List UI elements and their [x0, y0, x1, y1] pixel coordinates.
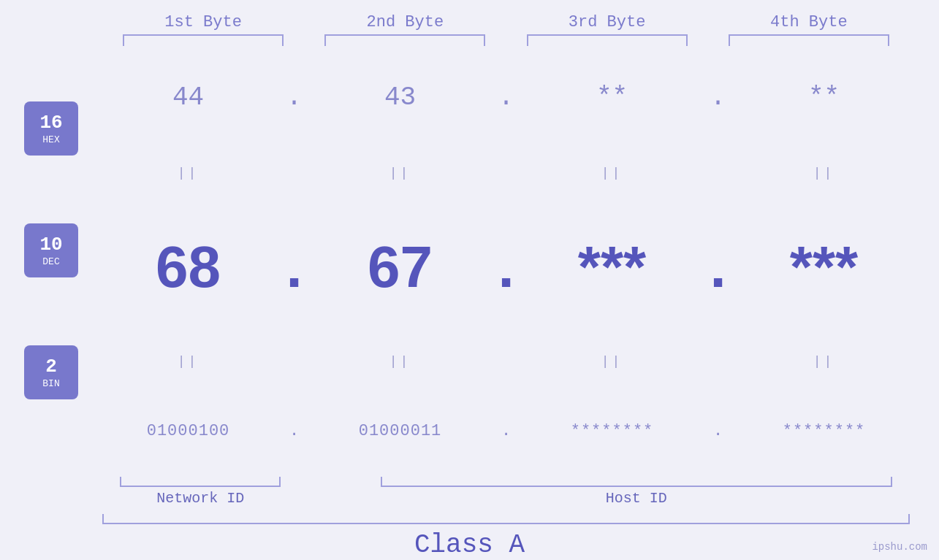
brackets-row: [0, 34, 939, 46]
badge-hex: 16 HEX: [24, 101, 78, 156]
dec-cell-3: ***: [532, 234, 693, 301]
bracket-1: [123, 34, 284, 46]
byte-label-3: 3rd Byte: [527, 13, 688, 31]
dec-value-4: ***: [790, 234, 858, 301]
watermark: ipshu.com: [872, 541, 927, 553]
bin-value-2: 01000011: [359, 422, 442, 440]
bin-dot-3: .: [704, 422, 733, 440]
byte-label-1: 1st Byte: [123, 13, 284, 31]
hex-dot-1: .: [280, 83, 309, 112]
equals-2-1: ||: [108, 354, 269, 369]
dec-dot-3: .: [704, 234, 733, 301]
hex-cell-1: 44: [108, 83, 269, 112]
equals-1-3: ||: [532, 166, 693, 180]
equals-1-1: ||: [108, 166, 269, 180]
equals-row-1: || || || ||: [102, 166, 910, 180]
hex-value-4: **: [808, 83, 840, 112]
bracket-3: [527, 34, 688, 46]
dec-row: 68 . 67 . *** . ***: [102, 234, 910, 301]
bin-value-3: ********: [571, 422, 654, 440]
badge-bin-number: 2: [45, 356, 57, 378]
hex-cell-3: **: [532, 83, 693, 112]
equals-2-2: ||: [320, 354, 481, 369]
bin-cell-3: ********: [532, 422, 693, 440]
hex-cell-4: **: [744, 83, 905, 112]
data-area: 44 . 43 . ** . **: [102, 53, 939, 477]
badge-dec-label: DEC: [42, 256, 59, 267]
equals-2-4: ||: [744, 354, 905, 369]
hex-dot-2: .: [492, 83, 521, 112]
badge-hex-label: HEX: [42, 134, 59, 145]
badge-dec-number: 10: [39, 234, 62, 256]
bin-cell-1: 01000100: [108, 422, 269, 440]
bracket-2: [324, 34, 485, 46]
badge-dec: 10 DEC: [24, 223, 78, 277]
bin-dot-1: .: [280, 422, 309, 440]
equals-1-2: ||: [320, 166, 481, 180]
hex-value-1: 44: [172, 83, 204, 112]
hex-value-2: 43: [384, 83, 416, 112]
bin-value-4: ********: [783, 422, 866, 440]
main-content: 16 HEX 10 DEC 2 BIN 44 .: [0, 53, 939, 477]
dec-cell-2: 67: [320, 234, 481, 301]
equals-2-3: ||: [532, 354, 693, 369]
equals-1-4: ||: [744, 166, 905, 180]
byte-label-2: 2nd Byte: [324, 13, 485, 31]
bin-value-1: 01000100: [147, 422, 230, 440]
hex-dot-3: .: [704, 83, 733, 112]
host-bracket: [381, 477, 892, 487]
hex-value-3: **: [596, 83, 628, 112]
bin-row: 01000100 . 01000011 . ******** .: [102, 422, 910, 440]
dec-value-1: 68: [156, 234, 221, 301]
equals-row-2: || || || ||: [102, 354, 910, 369]
network-bracket: [120, 477, 281, 487]
class-label: Class A: [0, 530, 939, 560]
bin-cell-4: ********: [744, 422, 905, 440]
dec-dot-2: .: [492, 234, 521, 301]
hex-cell-2: 43: [320, 83, 481, 112]
bracket-4: [729, 34, 889, 46]
network-id-label: Network ID: [120, 490, 281, 507]
bottom-labels: Network ID Host ID: [0, 477, 939, 507]
bracket-bottom-row: [102, 477, 910, 487]
byte-labels-row: 1st Byte 2nd Byte 3rd Byte 4th Byte: [0, 13, 939, 31]
byte-label-4: 4th Byte: [729, 13, 889, 31]
dec-value-2: 67: [368, 234, 433, 301]
bin-dot-2: .: [492, 422, 521, 440]
dec-cell-4: ***: [744, 234, 905, 301]
dec-cell-1: 68: [108, 234, 269, 301]
hex-row: 44 . 43 . ** . **: [102, 83, 910, 112]
id-labels-row: Network ID Host ID: [102, 490, 910, 507]
dec-dot-1: .: [280, 234, 309, 301]
bin-cell-2: 01000011: [320, 422, 481, 440]
badges-column: 16 HEX 10 DEC 2 BIN: [0, 53, 102, 477]
badge-bin: 2 BIN: [24, 345, 78, 399]
main-container: 1st Byte 2nd Byte 3rd Byte 4th Byte 16 H…: [0, 0, 939, 560]
host-id-label: Host ID: [381, 490, 892, 507]
badge-hex-number: 16: [39, 112, 62, 134]
full-bracket: [102, 514, 910, 524]
badge-bin-label: BIN: [42, 378, 59, 389]
dec-value-3: ***: [578, 234, 646, 301]
